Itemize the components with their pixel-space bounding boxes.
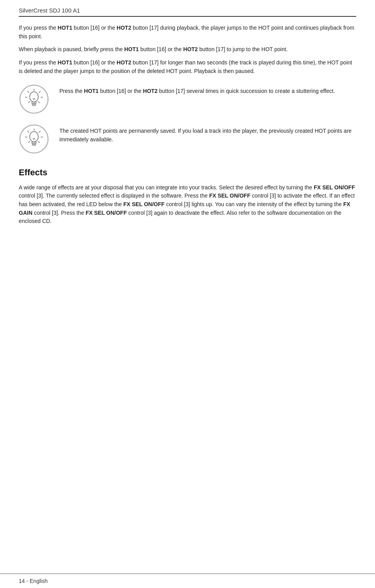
svg-line-24 — [39, 131, 40, 132]
content-section: If you press the HOT1 button [16] or the… — [19, 24, 356, 226]
page-container: SilverCrest SDJ 100 A1 If you press the … — [0, 0, 375, 588]
svg-line-28 — [38, 141, 39, 143]
svg-rect-3 — [32, 103, 36, 105]
page-footer: 14 - English — [0, 574, 375, 588]
svg-line-14 — [29, 102, 30, 103]
paragraph-2: When playback is paused, briefly press t… — [19, 45, 356, 54]
svg-line-22 — [34, 138, 35, 140]
svg-line-26 — [28, 131, 29, 132]
paragraph-3: If you press the HOT1 button [16] or the… — [19, 59, 356, 75]
page-header: SilverCrest SDJ 100 A1 — [19, 7, 356, 17]
lightbulb-icon-2 — [19, 124, 50, 155]
footer-text: 14 - English — [19, 578, 48, 584]
page-title: SilverCrest SDJ 100 A1 — [19, 7, 80, 14]
paragraph-1: If you press the HOT1 button [16] or the… — [19, 24, 356, 41]
svg-rect-4 — [32, 105, 36, 106]
icon-text-2: The created HOT points are permanently s… — [59, 124, 356, 144]
svg-line-13 — [38, 102, 39, 103]
lightbulb-icon-1 — [19, 84, 50, 115]
svg-rect-18 — [32, 143, 36, 144]
effects-heading: Effects — [19, 166, 356, 179]
effects-paragraph: A wide range of effects are at your disp… — [19, 184, 356, 226]
svg-rect-19 — [32, 144, 36, 146]
svg-line-11 — [28, 91, 29, 93]
icon-text-1: Press the HOT1 button [16] or the HOT2 b… — [59, 84, 356, 96]
icon-row-2: The created HOT points are permanently s… — [19, 124, 356, 155]
lightbulb-svg-2 — [19, 124, 49, 154]
svg-rect-2 — [32, 102, 36, 103]
icon-row-1: Press the HOT1 button [16] or the HOT2 b… — [19, 84, 356, 115]
lightbulb-svg-1 — [19, 84, 49, 114]
svg-point-1 — [30, 92, 38, 102]
svg-point-16 — [30, 132, 38, 142]
svg-line-29 — [29, 141, 30, 143]
svg-rect-17 — [32, 142, 36, 143]
svg-line-9 — [39, 91, 40, 93]
svg-line-7 — [34, 98, 35, 100]
